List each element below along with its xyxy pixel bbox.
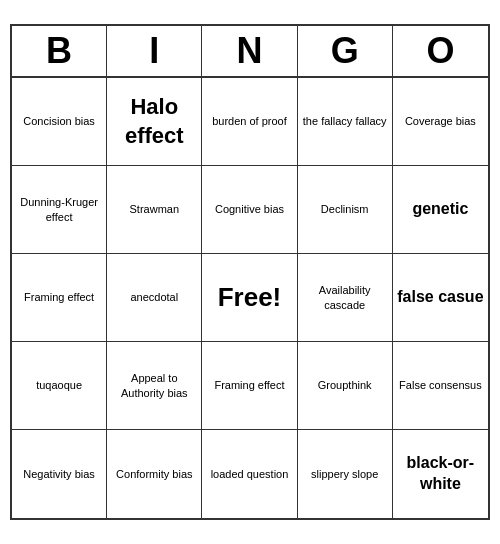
bingo-cell-7: Cognitive bias — [202, 166, 297, 254]
bingo-cell-9: genetic — [393, 166, 488, 254]
bingo-cell-11: anecdotal — [107, 254, 202, 342]
bingo-cell-22: loaded question — [202, 430, 297, 518]
bingo-cell-20: Negativity bias — [12, 430, 107, 518]
bingo-letter-o: O — [393, 26, 488, 76]
bingo-letter-n: N — [202, 26, 297, 76]
bingo-letter-i: I — [107, 26, 202, 76]
bingo-cell-21: Conformity bias — [107, 430, 202, 518]
bingo-header: BINGO — [12, 26, 488, 78]
bingo-cell-23: slippery slope — [298, 430, 393, 518]
bingo-cell-8: Declinism — [298, 166, 393, 254]
bingo-cell-6: Strawman — [107, 166, 202, 254]
bingo-cell-17: Framing effect — [202, 342, 297, 430]
bingo-cell-2: burden of proof — [202, 78, 297, 166]
bingo-cell-10: Framing effect — [12, 254, 107, 342]
bingo-cell-0: Concision bias — [12, 78, 107, 166]
bingo-cell-16: Appeal to Authority bias — [107, 342, 202, 430]
bingo-cell-4: Coverage bias — [393, 78, 488, 166]
bingo-cell-14: false casue — [393, 254, 488, 342]
bingo-cell-24: black-or-white — [393, 430, 488, 518]
bingo-cell-15: tuqaoque — [12, 342, 107, 430]
bingo-cell-18: Groupthink — [298, 342, 393, 430]
bingo-cell-5: Dunning-Kruger effect — [12, 166, 107, 254]
bingo-cell-12: Free! — [202, 254, 297, 342]
bingo-cell-1: Halo effect — [107, 78, 202, 166]
bingo-cell-3: the fallacy fallacy — [298, 78, 393, 166]
bingo-grid: Concision biasHalo effectburden of proof… — [12, 78, 488, 518]
bingo-cell-19: False consensus — [393, 342, 488, 430]
bingo-cell-13: Availability cascade — [298, 254, 393, 342]
bingo-letter-g: G — [298, 26, 393, 76]
bingo-letter-b: B — [12, 26, 107, 76]
bingo-card: BINGO Concision biasHalo effectburden of… — [10, 24, 490, 520]
